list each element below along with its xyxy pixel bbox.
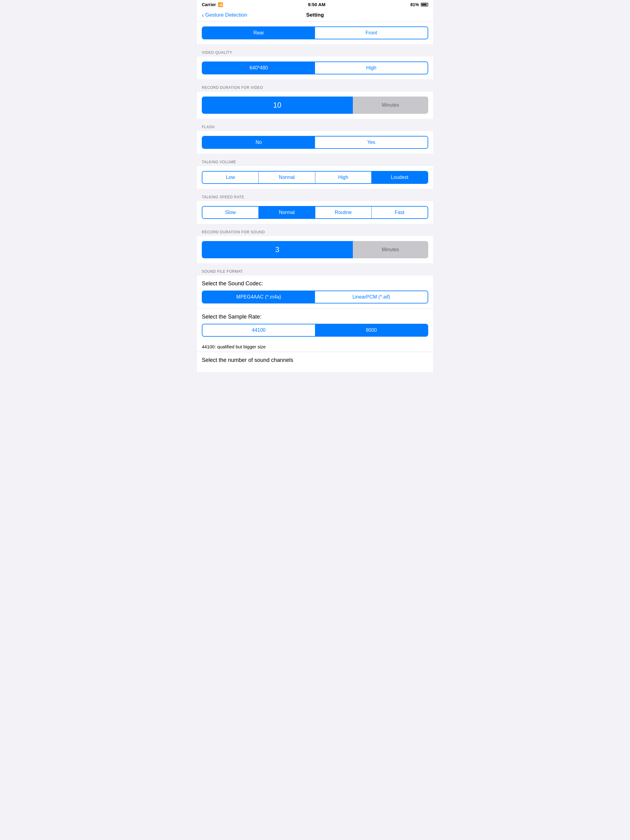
- back-label: Gesture Detection: [205, 12, 247, 18]
- status-right: 81%: [410, 2, 428, 7]
- divider-5: [197, 189, 433, 191]
- status-left: Carrier 📶: [202, 2, 223, 7]
- flash-yes-button[interactable]: Yes: [315, 136, 427, 148]
- flash-label: FLASH: [197, 121, 433, 131]
- divider-6: [197, 224, 433, 226]
- sound-codec-block: Select the Sound Codec: MPEG4AAC (*.m4a)…: [197, 275, 433, 308]
- sound-file-format-label: SOUND FILE FORMAT: [197, 266, 433, 275]
- camera-segment: Rear Front: [202, 27, 428, 39]
- flash-content: No Yes: [197, 131, 433, 154]
- flash-no-button[interactable]: No: [203, 136, 315, 148]
- divider-1: [197, 44, 433, 47]
- chevron-left-icon: ‹: [202, 12, 204, 18]
- talking-volume-segment: Low Normal High Loudest: [202, 171, 428, 184]
- talking-speed-content: Slow Normal Routine Fast: [197, 201, 433, 224]
- channels-label: Select the number of sound channels: [202, 357, 428, 363]
- video-quality-content: 640*480 High: [197, 57, 433, 79]
- record-duration-sound-bar: 3 Minutes: [202, 241, 428, 258]
- channels-block: Select the number of sound channels: [197, 352, 433, 372]
- speed-slow-button[interactable]: Slow: [203, 207, 259, 218]
- divider-4: [197, 154, 433, 156]
- volume-high-button[interactable]: High: [315, 172, 372, 183]
- speed-normal-button[interactable]: Normal: [259, 207, 315, 218]
- carrier-label: Carrier: [202, 2, 216, 7]
- video-quality-480-button[interactable]: 640*480: [203, 62, 315, 74]
- status-time: 9:50 AM: [308, 2, 326, 7]
- codec-label: Select the Sound Codec:: [202, 280, 428, 287]
- flash-segment: No Yes: [202, 136, 428, 149]
- video-quality-segment: 640*480 High: [202, 62, 428, 74]
- sample-rate-label: Select the Sample Rate:: [202, 314, 428, 320]
- record-duration-video-content: 10 Minutes: [197, 92, 433, 119]
- volume-loudest-button[interactable]: Loudest: [372, 172, 427, 183]
- sample-rate-8000-button[interactable]: 8000: [315, 324, 427, 336]
- speed-routine-button[interactable]: Routine: [315, 207, 372, 218]
- video-quality-label: VIDEO QUALITY: [197, 47, 433, 57]
- wifi-icon: 📶: [218, 2, 223, 7]
- record-duration-video-value[interactable]: 10: [202, 96, 353, 114]
- battery-percent: 81%: [410, 2, 419, 7]
- video-quality-high-button[interactable]: High: [315, 62, 427, 74]
- volume-low-button[interactable]: Low: [203, 172, 259, 183]
- sample-rate-note: 44100: qualified but bigger size: [197, 342, 433, 352]
- camera-front-button[interactable]: Front: [315, 27, 427, 39]
- codec-linearpcm-button[interactable]: LinearPCM (*.aif): [315, 291, 427, 303]
- back-button[interactable]: ‹ Gesture Detection: [202, 12, 247, 18]
- record-duration-sound-value[interactable]: 3: [202, 241, 353, 258]
- camera-rear-button[interactable]: Rear: [203, 27, 315, 39]
- status-bar: Carrier 📶 9:50 AM 81%: [197, 0, 433, 9]
- nav-bar: ‹ Gesture Detection Setting: [197, 9, 433, 22]
- battery-icon: [421, 3, 428, 6]
- record-duration-video-bar: 10 Minutes: [202, 96, 428, 114]
- sample-rate-44100-button[interactable]: 44100: [203, 324, 315, 336]
- talking-volume-label: TALKING VOLUME: [197, 156, 433, 166]
- record-duration-sound-content: 3 Minutes: [197, 236, 433, 263]
- codec-mpeg4aac-button[interactable]: MPEG4AAC (*.m4a): [203, 291, 315, 303]
- divider-7: [197, 263, 433, 266]
- record-duration-video-unit[interactable]: Minutes: [353, 96, 428, 114]
- speed-fast-button[interactable]: Fast: [372, 207, 427, 218]
- sample-rate-block: Select the Sample Rate: 44100 8000: [197, 309, 433, 342]
- talking-speed-segment: Slow Normal Routine Fast: [202, 206, 428, 219]
- sound-file-format-section: Select the Sound Codec: MPEG4AAC (*.m4a)…: [197, 275, 433, 372]
- talking-speed-label: TALKING SPEED RATE: [197, 191, 433, 201]
- divider-3: [197, 119, 433, 121]
- record-duration-sound-label: RECORD DURATION FOR SOUND: [197, 226, 433, 236]
- sample-rate-segment: 44100 8000: [202, 324, 428, 337]
- page-title: Setting: [306, 12, 324, 18]
- divider-2: [197, 79, 433, 82]
- record-duration-sound-unit[interactable]: Minutes: [353, 241, 428, 258]
- talking-volume-content: Low Normal High Loudest: [197, 166, 433, 189]
- codec-segment: MPEG4AAC (*.m4a) LinearPCM (*.aif): [202, 291, 428, 303]
- volume-normal-button[interactable]: Normal: [259, 172, 315, 183]
- camera-segment-container: Rear Front: [197, 22, 433, 44]
- record-duration-video-label: RECORD DURATION FOR VIDEO: [197, 82, 433, 92]
